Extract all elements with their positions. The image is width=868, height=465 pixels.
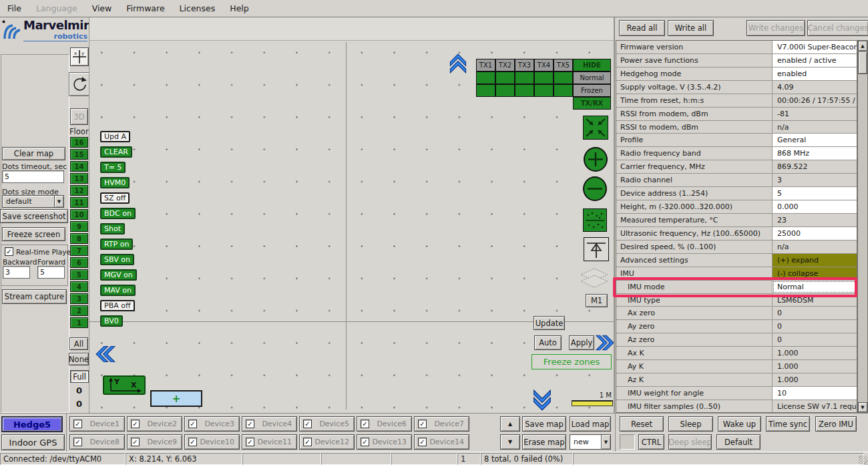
device-checkbox[interactable]: ✓ <box>73 420 82 428</box>
device-button-device7[interactable]: ✓Device7 <box>414 416 469 432</box>
device-button-device5[interactable]: ✓Device5 <box>299 416 355 432</box>
collapse-left-icon[interactable] <box>95 343 116 365</box>
param-value-imu-mode[interactable]: Normal <box>773 281 857 293</box>
write-all-button[interactable]: Write all <box>668 20 714 36</box>
param-value-device-address-1-254[interactable]: 5 <box>773 187 857 200</box>
device-checkbox[interactable]: ✓ <box>303 420 312 428</box>
menu-file[interactable]: File <box>0 0 29 17</box>
floor-button-7[interactable]: 7 <box>70 245 88 256</box>
collapse-down-icon[interactable] <box>531 390 553 411</box>
erase-map-button[interactable]: Erase map <box>522 434 566 450</box>
cancel-changes-button[interactable]: Cancel changes <box>807 20 868 36</box>
floor-button-13[interactable]: 13 <box>70 173 88 184</box>
save-screenshot-button[interactable]: Save screenshot <box>0 209 68 223</box>
map-command-sbv-on[interactable]: SBV on <box>100 254 134 265</box>
update-button[interactable]: Update <box>533 316 565 330</box>
deep-sleep-button[interactable]: Deep sleep <box>668 434 712 450</box>
parameters-scrollbar[interactable]: ▲ ▼ <box>857 40 868 413</box>
floors-all-button[interactable]: All <box>69 337 88 350</box>
param-value-carrier-frequency-mhz[interactable]: 869.522 <box>773 160 857 173</box>
tx-cell[interactable] <box>495 71 515 84</box>
floor-button-16[interactable]: 16 <box>70 137 88 148</box>
rotate-map-button[interactable] <box>69 72 91 96</box>
param-value-time-from-reset-h-m-s[interactable]: 00:00:26 / 17:57:55 / ( <box>773 94 857 107</box>
param-value-radio-channel[interactable]: 3 <box>773 174 857 186</box>
map-select[interactable]: new ▼ <box>570 434 611 450</box>
device-checkbox[interactable]: ✓ <box>246 438 254 446</box>
param-value-desired-speed-0-100[interactable]: n/a <box>773 241 857 253</box>
param-value-advanced-settings[interactable]: (+) expand <box>773 254 857 267</box>
freeze-screen-button[interactable]: Freeze screen <box>2 227 65 241</box>
param-value-ax-zero[interactable]: 0 <box>773 307 857 319</box>
tx-header-tx2[interactable]: TX2 <box>495 59 515 71</box>
tx-cell[interactable] <box>554 84 573 97</box>
param-value-supply-voltage-v-3-5-4-2[interactable]: 4.09 <box>773 81 857 94</box>
time-sync-button[interactable]: Time sync <box>766 416 810 432</box>
floors-full-button[interactable]: Full <box>70 370 89 383</box>
tx-header-tx3[interactable]: TX3 <box>515 59 534 71</box>
menu-view[interactable]: View <box>85 0 120 17</box>
param-value-height-m-320-000-320-000[interactable]: 0.000 <box>773 200 857 213</box>
device-checkbox[interactable]: ✓ <box>418 420 427 428</box>
devices-scroll-down-button[interactable]: ▼ <box>500 434 520 450</box>
scroll-up-icon[interactable]: ▲ <box>858 41 867 51</box>
device-checkbox[interactable]: ✓ <box>361 438 369 446</box>
menu-licenses[interactable]: Licenses <box>172 0 223 17</box>
param-value-power-save-functions[interactable]: enabled / active <box>773 54 857 67</box>
m1-button[interactable]: M1 <box>586 294 608 307</box>
map-command-sz-off[interactable]: SZ off <box>100 192 130 204</box>
param-value-ay-zero[interactable]: 0 <box>773 320 857 333</box>
floor-button-15[interactable]: 15 <box>70 149 88 160</box>
floor-button-5[interactable]: 5 <box>70 269 88 280</box>
param-value-profile[interactable]: General <box>773 134 857 146</box>
floor-button-10[interactable]: 10 <box>70 209 88 220</box>
devices-scroll-up-button[interactable]: ▲ <box>500 416 520 432</box>
device-button-device6[interactable]: ✓Device6 <box>357 416 412 432</box>
stream-capture-button[interactable]: Stream capture <box>2 289 67 304</box>
param-value-ultrasonic-frequency-hz-100-65000[interactable]: 25000 <box>773 227 857 240</box>
floors-none-button[interactable]: None <box>69 353 89 365</box>
zoom-out-button[interactable] <box>583 176 607 201</box>
ctrl-checkbox[interactable] <box>620 434 635 450</box>
floor-button-9[interactable]: 9 <box>70 221 88 232</box>
param-value-rssi-from-modem-dbm[interactable]: -81 <box>773 108 857 120</box>
tx-cell[interactable] <box>476 84 495 97</box>
param-value-imu-type[interactable]: LSM6DSM <box>773 294 857 307</box>
floor-button-12[interactable]: 12 <box>70 185 88 196</box>
tx-cell[interactable] <box>515 71 534 84</box>
device-checkbox[interactable]: ✓ <box>131 420 140 428</box>
load-map-button[interactable]: Load map <box>570 416 611 432</box>
device-button-device2[interactable]: ✓Device2 <box>127 416 182 432</box>
floor-button-11[interactable]: 11 <box>70 197 88 208</box>
wake-up-button[interactable]: Wake up <box>718 416 761 432</box>
map-command-bdc-on[interactable]: BDC on <box>100 208 136 219</box>
device-button-device8[interactable]: ✓Device8 <box>69 434 125 450</box>
dots-display-button[interactable] <box>583 208 607 232</box>
auto-button[interactable]: Auto <box>534 335 562 350</box>
map-canvas[interactable]: Upd ACLEART= 5HVM0SZ offBDC onShotRTP on… <box>89 17 614 413</box>
floor-button-14[interactable]: 14 <box>70 161 88 172</box>
scroll-down-icon[interactable]: ▼ <box>858 402 867 412</box>
floor-button-1[interactable]: 1 <box>70 317 88 328</box>
menu-firmware[interactable]: Firmware <box>119 0 172 17</box>
map-command-upd-a[interactable]: Upd A <box>100 131 130 142</box>
device-checkbox[interactable]: ✓ <box>303 438 312 446</box>
dots-size-mode-select[interactable]: default ▼ <box>2 195 64 208</box>
tx-cell[interactable] <box>515 84 534 97</box>
fit-to-screen-button[interactable] <box>583 116 608 140</box>
param-value-imu[interactable]: (-) collapse <box>773 267 857 280</box>
param-value-ax-k[interactable]: 1.000 <box>773 347 857 359</box>
device-button-device4[interactable]: ✓Device4 <box>242 416 297 432</box>
add-submap-button[interactable]: + <box>150 390 202 407</box>
device-checkbox[interactable]: ✓ <box>73 438 82 446</box>
tx-cell[interactable] <box>534 71 554 84</box>
tx-normal-button[interactable]: Normal <box>573 71 611 84</box>
device-button-device9[interactable]: ✓Device9 <box>127 434 182 450</box>
param-value-measured-temperature-c[interactable]: 23 <box>773 214 857 226</box>
param-value-hedgehog-mode[interactable]: enabled <box>773 67 857 80</box>
device-checkbox[interactable]: ✓ <box>361 420 369 428</box>
floor-button-2[interactable]: 2 <box>70 305 88 316</box>
device-button-device12[interactable]: ✓Device12 <box>299 434 355 450</box>
device-button-device10[interactable]: ✓Device10 <box>184 434 240 450</box>
ctrl-button[interactable]: CTRL <box>638 434 664 450</box>
